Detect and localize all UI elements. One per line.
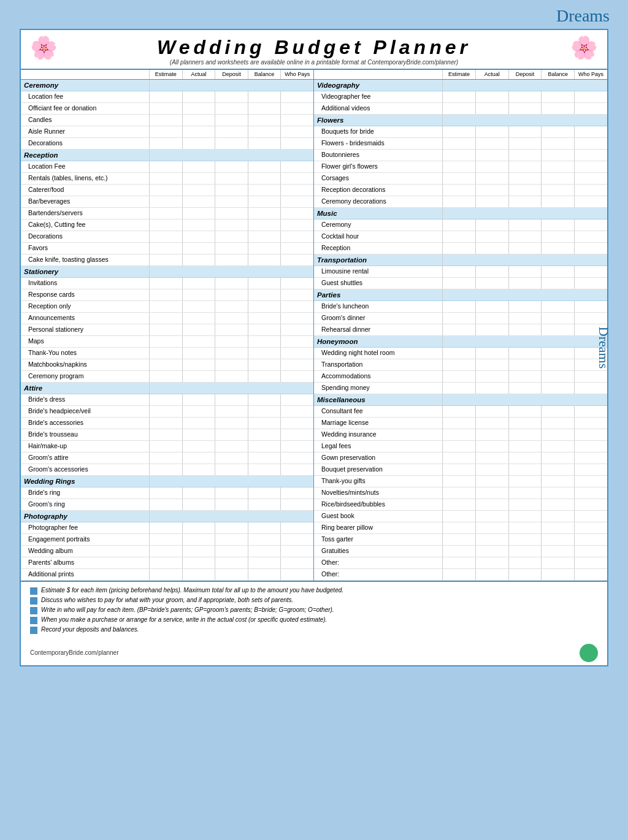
cat-label-parties: Parties: [314, 289, 443, 300]
table-row: Groom's attire: [21, 452, 313, 464]
table-row: Engagement portraits: [21, 534, 313, 546]
table-row: Ceremony: [314, 220, 607, 231]
category-photography: Photography: [21, 511, 313, 522]
table-row: Videographer fee: [314, 91, 607, 103]
cat-label-attire: Attire: [21, 383, 150, 394]
cat-label-music: Music: [314, 208, 443, 219]
table-row: Flower girl's flowers: [314, 161, 607, 173]
table-row: Bartenders/servers: [21, 208, 313, 220]
table-row: Rentals (tables, linens, etc.): [21, 173, 313, 185]
category-ceremony: Ceremony: [21, 80, 313, 91]
table-row: Rehearsal dinner: [314, 324, 607, 336]
table-row: Photographer fee: [21, 522, 313, 534]
table-row: Limousine rental: [314, 266, 607, 278]
left-col-headers: Estimate Actual Deposit Balance Who Pays: [21, 70, 313, 80]
table-row: Bride's luncheon: [314, 301, 607, 313]
category-music: Music: [314, 208, 607, 220]
table-row: Cake knife, toasting glasses: [21, 254, 313, 266]
cat-label-rings: Wedding Rings: [21, 476, 150, 487]
category-honeymoon: Honeymoon: [314, 336, 607, 348]
table-row: Thank-you gifts: [314, 476, 607, 487]
table-row: Thank-You notes: [21, 348, 313, 359]
table-row: Location Fee: [21, 161, 313, 173]
table-row: Ceremony decorations: [314, 196, 607, 208]
cat-label-reception: Reception: [21, 150, 150, 161]
table-row: Legal fees: [314, 441, 607, 452]
footer-note-3: Write in who will pay for each item. (BP…: [30, 606, 598, 614]
table-row: Bouquet preservation: [314, 464, 607, 476]
table-row: Response cards: [21, 289, 313, 301]
table-row: Novelties/mints/nuts: [314, 487, 607, 499]
table-row: Parents' albums: [21, 557, 313, 569]
table-row: Groom's dinner: [314, 313, 607, 324]
table-row: Additional prints: [21, 569, 313, 581]
footer-note-2: Discuss who wishes to pay for what with …: [30, 597, 598, 605]
right-header-label: [314, 70, 443, 79]
page-title: Wedding Budget Planner: [157, 36, 471, 59]
table-row: Rice/birdseed/bubbles: [314, 499, 607, 511]
flower-icon-left: 🌸: [30, 35, 58, 61]
green-circle-decoration: [580, 644, 598, 662]
table-row: Wedding night hotel room: [314, 348, 607, 359]
table-row: Transportation: [314, 359, 607, 371]
table-row: Consultant fee: [314, 406, 607, 418]
table-row: Ring bearer pillow: [314, 522, 607, 534]
table-row: Bride's headpiece/veil: [21, 406, 313, 418]
table-row: Location fee: [21, 91, 313, 103]
footer-url-text: ContemporaryBride.com/planner: [30, 649, 119, 656]
table-row: Wedding album: [21, 546, 313, 557]
cat-label-ceremony: Ceremony: [21, 80, 150, 91]
left-header-deposit: Deposit: [215, 70, 248, 79]
cat-label-miscellaneous: Miscellaneous: [314, 394, 443, 405]
table-row: Bride's dress: [21, 394, 313, 406]
flower-icon-right: 🌸: [570, 35, 598, 61]
table-row: Cake(s), Cutting fee: [21, 220, 313, 231]
table-row: Additional videos: [314, 103, 607, 115]
category-flowers: Flowers: [314, 115, 607, 126]
category-transportation: Transportation: [314, 254, 607, 266]
header: 🌸 Wedding Budget Planner (All planners a…: [21, 30, 607, 70]
cat-label-honeymoon: Honeymoon: [314, 336, 443, 347]
cat-label-transportation: Transportation: [314, 254, 443, 265]
right-header-balance: Balance: [542, 70, 575, 79]
bullet-icon-5: [30, 627, 37, 634]
page-subtitle: (All planners and worksheets are availab…: [157, 59, 471, 66]
cat-label-photography: Photography: [21, 511, 150, 522]
table-row: Accommodations: [314, 371, 607, 383]
table-row: Spending money: [314, 383, 607, 394]
budget-table: Estimate Actual Deposit Balance Who Pays…: [21, 70, 607, 581]
table-row: Aisle Runner: [21, 126, 313, 138]
table-row: Other:: [314, 569, 607, 581]
table-row: Favors: [21, 243, 313, 254]
table-row: Gown preservation: [314, 452, 607, 464]
left-header-actual: Actual: [183, 70, 216, 79]
table-row: Caterer/food: [21, 185, 313, 196]
table-row: Candles: [21, 115, 313, 126]
left-column: Estimate Actual Deposit Balance Who Pays…: [21, 70, 314, 581]
footer-url-bar: ContemporaryBride.com/planner: [21, 641, 607, 665]
table-row: Bride's trousseau: [21, 429, 313, 441]
right-header-deposit: Deposit: [509, 70, 542, 79]
table-row: Toss garter: [314, 534, 607, 546]
right-column: Estimate Actual Deposit Balance Who Pays…: [314, 70, 607, 581]
table-row: Bouquets for bride: [314, 126, 607, 138]
table-row: Other:: [314, 557, 607, 569]
table-row: Guest book: [314, 511, 607, 522]
table-row: Corsages: [314, 173, 607, 185]
category-parties: Parties: [314, 289, 607, 301]
table-row: Groom's ring: [21, 499, 313, 511]
table-row: Ceremony program: [21, 371, 313, 383]
table-row: Bride's ring: [21, 487, 313, 499]
bullet-icon-3: [30, 607, 37, 614]
right-col-headers: Estimate Actual Deposit Balance Who Pays: [314, 70, 607, 80]
table-row: Bride's accessories: [21, 418, 313, 429]
right-header-estimate: Estimate: [443, 70, 476, 79]
left-header-balance: Balance: [248, 70, 281, 79]
bullet-icon-4: [30, 617, 37, 624]
footer-note-1: Estimate $ for each item (pricing before…: [30, 587, 598, 595]
table-row: Wedding insurance: [314, 429, 607, 441]
footer-notes: Estimate $ for each item (pricing before…: [21, 581, 607, 641]
table-row: Gratuities: [314, 546, 607, 557]
table-row: Hair/make-up: [21, 441, 313, 452]
footer-note-5: Record your deposits and balances.: [30, 626, 598, 634]
